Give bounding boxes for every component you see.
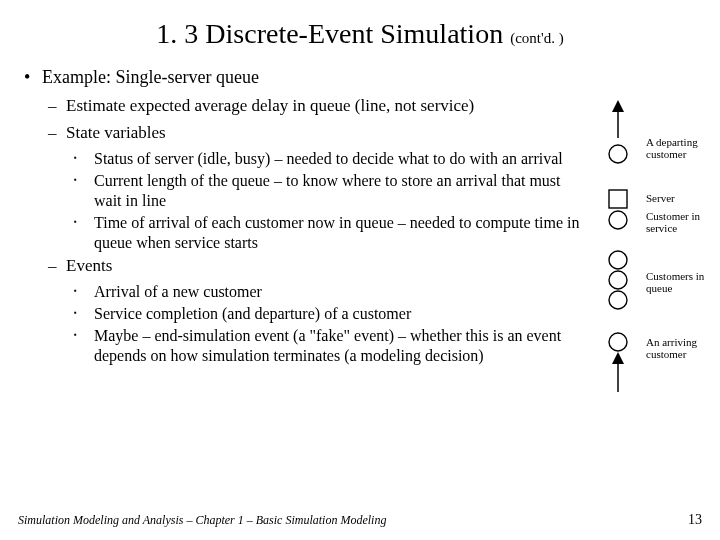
svg-point-6 xyxy=(609,291,627,309)
title-main: 1. 3 Discrete-Event Simulation xyxy=(156,18,510,49)
label-server: Server xyxy=(646,192,675,204)
svg-rect-2 xyxy=(609,190,627,208)
label-inqueue: Customers in queue xyxy=(646,270,706,294)
title-contd: (cont'd. ) xyxy=(510,30,564,46)
page-number: 13 xyxy=(688,512,702,528)
svg-point-4 xyxy=(609,251,627,269)
footer-text: Simulation Modeling and Analysis – Chapt… xyxy=(18,513,386,528)
bullet-events: Events xyxy=(24,255,584,276)
bullet-state-vars: State variables xyxy=(24,122,584,143)
bullet-example: Example: Single-server queue xyxy=(24,66,584,89)
bullet-ev2: Service completion (and departure) of a … xyxy=(24,304,584,324)
label-arriving: An arriving customer xyxy=(646,336,706,360)
label-inservice: Customer in service xyxy=(646,210,706,234)
slide-content: Example: Single-server queue Estimate ex… xyxy=(24,66,584,366)
bullet-estimate: Estimate expected average delay in queue… xyxy=(24,95,584,116)
bullet-sv2: Current length of the queue – to know wh… xyxy=(24,171,584,211)
slide: 1. 3 Discrete-Event Simulation (cont'd. … xyxy=(0,0,720,540)
svg-point-3 xyxy=(609,211,627,229)
bullet-ev3: Maybe – end-simulation event (a "fake" e… xyxy=(24,326,584,366)
queue-diagram: A departing customer Server Customer in … xyxy=(596,100,706,400)
bullet-sv1: Status of server (idle, busy) – needed t… xyxy=(24,149,584,169)
slide-title: 1. 3 Discrete-Event Simulation (cont'd. … xyxy=(24,18,696,50)
svg-point-1 xyxy=(609,145,627,163)
bullet-sv3: Time of arrival of each customer now in … xyxy=(24,213,584,253)
bullet-ev1: Arrival of a new customer xyxy=(24,282,584,302)
svg-point-7 xyxy=(609,333,627,351)
label-departing: A departing customer xyxy=(646,136,706,160)
slide-footer: Simulation Modeling and Analysis – Chapt… xyxy=(18,512,702,528)
svg-point-5 xyxy=(609,271,627,289)
